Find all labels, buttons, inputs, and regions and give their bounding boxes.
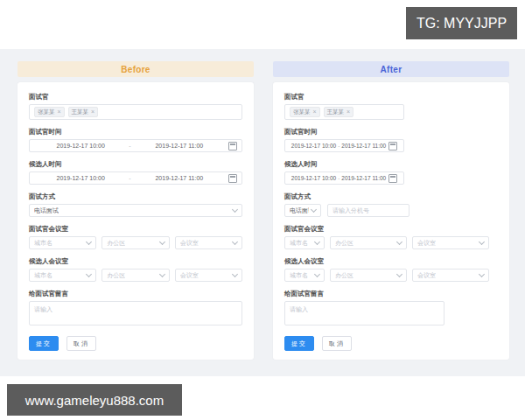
candidate-time-label: 候选人时间 [29,160,242,168]
chevron-down-icon [86,271,92,277]
remove-tag-icon[interactable]: × [313,108,317,116]
candidate-room-selects: 城市名 办公区 会议室 [284,269,498,282]
message-textarea[interactable] [284,301,444,326]
candidate-time-field: 候选人时间 2019-12-17 10:00 - 2019-12-17 11:0… [284,160,498,185]
office-select[interactable]: 办公区 [102,269,169,282]
interviewer-tags-input[interactable]: 张某某 × 王某某 × [29,104,242,120]
interviewer-tag: 张某某 × [290,107,320,117]
interviewer-time-picker[interactable]: 2019-12-17 10:00 - 2019-12-17 11:00 [284,139,404,152]
candidate-time-picker[interactable]: 2019-12-17 10:00 - 2019-12-17 11:00 [284,172,404,185]
interviewer-room-label: 面试官会议室 [29,225,242,233]
interviewer-room-selects: 城市名 办公区 会议室 [284,236,498,249]
chevron-down-icon [314,239,320,245]
office-placeholder: 办公区 [107,239,125,248]
method-value: 电话面试 [290,206,309,215]
tag-label: 张某某 [38,108,55,116]
interviewer-label: 面试官 [284,93,498,101]
method-field: 面试方式 电话面试 [284,192,498,217]
chevron-down-icon [479,271,485,277]
room-select[interactable]: 会议室 [412,269,489,282]
city-placeholder: 城市名 [34,271,52,280]
method-value: 电话面试 [34,206,59,215]
office-placeholder: 办公区 [335,271,354,280]
method-label: 面试方式 [29,192,242,200]
chevron-down-icon [232,239,238,245]
chevron-down-icon [314,271,320,277]
remove-tag-icon[interactable]: × [346,108,350,116]
calendar-icon [388,174,397,183]
candidate-time-label: 候选人时间 [284,160,498,168]
interviewer-tag: 张某某 × [34,107,65,117]
form-actions: 提交 取消 [284,336,498,351]
chevron-down-icon [311,206,317,213]
calendar-icon [228,174,237,183]
interviewer-time-label: 面试官时间 [29,128,242,136]
interviewer-tag: 王某某 × [324,107,354,117]
office-select[interactable]: 办公区 [330,269,407,282]
date-end: 2019-12-17 11:00 [133,143,226,149]
candidate-time-picker[interactable]: 2019-12-17 10:00 - 2019-12-17 11:00 [29,172,242,185]
tag-label: 王某某 [72,108,89,116]
room-placeholder: 会议室 [180,271,199,280]
city-placeholder: 城市名 [290,239,308,248]
cancel-button[interactable]: 取消 [66,336,96,351]
office-placeholder: 办公区 [335,239,354,248]
submit-button[interactable]: 提交 [29,336,59,351]
office-select[interactable]: 办公区 [102,236,169,249]
before-header: Before [18,61,254,77]
panel-before: Before 面试官 张某某 × 王某某 × 面试官时间 [18,61,254,360]
room-select[interactable]: 会议室 [412,236,489,249]
room-select[interactable]: 会议室 [175,269,242,282]
city-select[interactable]: 城市名 [29,236,96,249]
remove-tag-icon[interactable]: × [91,108,94,116]
interviewer-time-field: 面试官时间 2019-12-17 10:00 - 2019-12-17 11:0… [29,128,242,152]
submit-button[interactable]: 提交 [284,336,314,351]
calendar-icon [388,142,397,150]
city-select[interactable]: 城市名 [29,269,96,282]
office-select[interactable]: 办公区 [330,236,407,249]
message-label: 给面试官留言 [284,290,498,298]
method-select[interactable]: 电话面试 [284,204,321,217]
interviewer-field: 面试官 张某某 × 王某某 × [29,93,242,120]
candidate-room-label: 候选人会议室 [284,257,498,265]
method-label: 面试方式 [284,192,498,200]
interviewer-time-field: 面试官时间 2019-12-17 10:00 - 2019-12-17 11:0… [284,128,498,152]
interviewer-time-picker[interactable]: 2019-12-17 10:00 - 2019-12-17 11:00 [29,139,242,152]
after-title: After [381,65,402,74]
date-end: 2019-12-17 11:00 [341,143,386,149]
message-label: 给面试官留言 [29,290,242,298]
after-header: After [273,61,509,77]
method-field: 面试方式 电话面试 [29,192,242,217]
date-end: 2019-12-17 11:00 [341,175,386,181]
message-textarea[interactable] [29,301,242,326]
room-select[interactable]: 会议室 [175,236,242,249]
room-placeholder: 会议室 [180,239,199,248]
calendar-icon [228,142,237,150]
remove-tag-icon[interactable]: × [58,108,61,116]
date-start: 2019-12-17 10:00 [34,175,127,181]
office-placeholder: 办公区 [107,271,125,280]
method-select[interactable]: 电话面试 [29,204,242,217]
chevron-down-icon [159,239,165,245]
message-field: 给面试官留言 [284,290,498,326]
cancel-button[interactable]: 取消 [322,336,352,351]
city-select[interactable]: 城市名 [284,269,325,282]
chevron-down-icon [159,271,165,277]
extension-input[interactable] [327,204,410,217]
interviewer-field: 面试官 张某某 × 王某某 × [284,93,498,120]
tg-watermark-badge: TG: MYYJJPP [406,7,517,39]
screen: Before 面试官 张某某 × 王某某 × 面试官时间 [0,0,525,420]
candidate-time-field: 候选人时间 2019-12-17 10:00 - 2019-12-17 11:0… [29,160,242,185]
message-field: 给面试官留言 [29,290,242,326]
chevron-down-icon [479,239,485,245]
chevron-down-icon [232,206,238,213]
interviewer-tags-input[interactable]: 张某某 × 王某某 × [284,104,404,120]
date-start: 2019-12-17 10:00 [291,175,336,181]
before-title: Before [121,65,150,74]
city-placeholder: 城市名 [290,271,308,280]
candidate-room-label: 候选人会议室 [29,257,242,265]
interviewer-room-field: 面试官会议室 城市名 办公区 会议室 [29,225,242,249]
city-select[interactable]: 城市名 [284,236,325,249]
form-actions: 提交 取消 [29,336,242,351]
tag-label: 王某某 [327,108,345,116]
